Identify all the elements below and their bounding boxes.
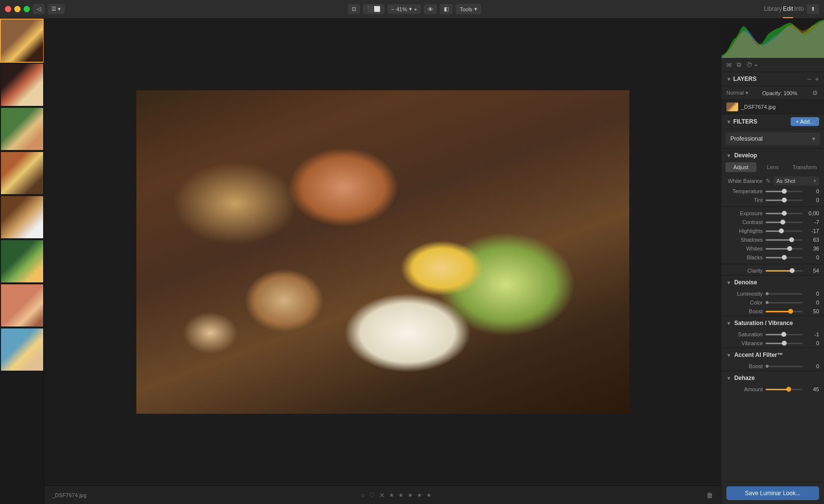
mail-icon[interactable]: ✉ xyxy=(725,60,733,70)
main-content: _DSF7674.jpg ○ ♡ ✕ ★ ★ ★ ★ ★ 🗑 xyxy=(0,19,824,504)
film-item-7[interactable] xyxy=(0,283,44,328)
zoom-value: 41% xyxy=(396,6,407,12)
film-item-4[interactable] xyxy=(0,151,44,195)
film-item-2[interactable] xyxy=(0,63,44,107)
professional-dropdown[interactable]: Professional ▾ xyxy=(725,132,820,145)
saturation-thumb[interactable] xyxy=(781,332,786,337)
exposure-thumb[interactable] xyxy=(782,211,787,216)
close-button[interactable] xyxy=(5,6,11,12)
zoom-control[interactable]: − 41% ▾ + xyxy=(387,4,421,14)
clarity-value: 54 xyxy=(805,268,819,274)
eyedropper-icon[interactable]: ✎ xyxy=(766,177,771,184)
tab-lens[interactable]: Lens xyxy=(757,162,788,172)
clock-icon[interactable]: ⏱ ▾ xyxy=(745,60,759,70)
develop-section-header[interactable]: ▼ Develop xyxy=(721,148,824,162)
saturation-value: -1 xyxy=(805,331,819,337)
denoise-boost-thumb[interactable] xyxy=(788,309,793,314)
settings-icon[interactable]: ⚙ xyxy=(811,88,819,98)
star-1[interactable]: ★ xyxy=(389,492,394,499)
tab-adjust[interactable]: Adjust xyxy=(725,162,756,172)
contrast-slider[interactable] xyxy=(766,222,802,223)
layers-minus-icon[interactable]: − xyxy=(807,75,811,83)
blacks-thumb[interactable] xyxy=(782,255,787,260)
blacks-slider[interactable] xyxy=(766,257,802,258)
dehaze-section-header[interactable]: ▼ Dehaze xyxy=(721,371,824,385)
clarity-thumb[interactable] xyxy=(790,268,795,273)
list-button[interactable]: ☰ ▾ xyxy=(48,4,65,14)
vibrance-thumb[interactable] xyxy=(782,341,787,346)
delete-icon[interactable]: 🗑 xyxy=(706,491,713,499)
blend-mode-selector[interactable]: Normal ▾ xyxy=(726,90,748,96)
tab-info[interactable]: Info xyxy=(794,0,804,18)
denoise-boost-slider[interactable] xyxy=(766,311,802,312)
back-button[interactable]: ◁ xyxy=(33,4,45,14)
star-4[interactable]: ★ xyxy=(417,492,422,499)
layer-item[interactable]: _DSF7674.jpg xyxy=(721,100,824,114)
professional-chevron-icon: ▾ xyxy=(812,135,815,142)
add-filter-button[interactable]: + Add... xyxy=(791,117,819,126)
maximize-button[interactable] xyxy=(24,6,30,12)
split-button[interactable]: ◧ xyxy=(440,4,453,14)
develop-chevron-icon: ▼ xyxy=(726,153,731,158)
rating-icons: ○ ♡ ✕ ★ ★ ★ ★ ★ xyxy=(361,491,432,499)
denoise-title: Denoise xyxy=(734,279,757,286)
film-item-3[interactable] xyxy=(0,107,44,151)
clarity-slider[interactable] xyxy=(766,270,802,272)
saturation-slider[interactable] xyxy=(766,334,802,335)
film-item-5[interactable] xyxy=(0,195,44,239)
filters-title: ▼ FILTERS xyxy=(726,118,757,125)
layers-icon[interactable]: ⧉ xyxy=(736,60,742,70)
dehaze-amount-slider[interactable] xyxy=(766,389,802,390)
luminosity-slider[interactable] xyxy=(766,293,802,295)
zoom-dropdown-icon[interactable]: ▾ xyxy=(409,6,412,12)
clarity-row: Clarity 54 xyxy=(721,266,824,275)
film-item-8[interactable] xyxy=(0,328,44,372)
zoom-out-icon[interactable]: − xyxy=(391,6,394,12)
white-balance-label: White Balance xyxy=(726,178,763,184)
highlights-thumb[interactable] xyxy=(779,228,784,233)
tab-library[interactable]: Library xyxy=(764,0,782,18)
shadows-slider[interactable] xyxy=(766,239,802,241)
compare-button[interactable]: ⬛⬜ xyxy=(363,4,385,14)
star-2[interactable]: ★ xyxy=(398,492,404,499)
whites-value: 36 xyxy=(805,246,819,252)
temperature-label: Temperature xyxy=(726,188,763,194)
vibrance-slider[interactable] xyxy=(766,343,802,344)
highlights-slider[interactable] xyxy=(766,230,802,232)
star-5[interactable]: ★ xyxy=(426,492,432,499)
color-slider[interactable] xyxy=(766,302,802,303)
whites-slider[interactable] xyxy=(766,248,802,250)
toolbar-left: ◁ ☰ ▾ xyxy=(5,4,65,14)
film-item-1[interactable] xyxy=(0,19,44,63)
x-icon: ✕ xyxy=(379,491,385,499)
layers-plus-icon[interactable]: + xyxy=(815,75,819,83)
share-button[interactable]: ⬆ xyxy=(807,4,819,14)
film-item-6[interactable] xyxy=(0,239,44,283)
contrast-thumb[interactable] xyxy=(780,220,785,225)
accent-boost-slider[interactable] xyxy=(766,366,802,367)
exposure-slider[interactable] xyxy=(766,213,802,214)
denoise-section-header[interactable]: ▼ Denoise xyxy=(721,275,824,289)
accent-ai-section-header[interactable]: ▼ Accent AI Filter™ xyxy=(721,348,824,362)
minimize-button[interactable] xyxy=(14,6,21,12)
tab-transform[interactable]: Transform xyxy=(789,162,820,172)
star-3[interactable]: ★ xyxy=(408,492,413,499)
dehaze-amount-thumb[interactable] xyxy=(786,387,791,392)
tab-edit[interactable]: Edit xyxy=(783,0,793,18)
preview-button[interactable]: 👁 xyxy=(424,4,437,14)
temperature-slider[interactable] xyxy=(766,191,802,192)
shadows-thumb[interactable] xyxy=(789,237,794,242)
temperature-thumb[interactable] xyxy=(782,189,787,194)
whites-thumb[interactable] xyxy=(787,246,792,251)
tools-label: Tools xyxy=(460,6,472,12)
saturation-section-header[interactable]: ▼ Saturation / Vibrance xyxy=(721,316,824,330)
white-balance-select[interactable]: As Shot ▾ xyxy=(773,176,819,185)
layout-button[interactable]: ⊡ xyxy=(348,4,360,14)
zoom-in-icon[interactable]: + xyxy=(414,6,417,12)
tint-thumb[interactable] xyxy=(782,198,787,202)
accent-boost-row: Boost 0 xyxy=(721,362,824,371)
denoise-boost-value: 50 xyxy=(805,308,819,314)
save-luminar-look-button[interactable]: Save Luminar Look... xyxy=(726,486,819,500)
tools-button[interactable]: Tools ▾ xyxy=(456,4,481,14)
tint-slider[interactable] xyxy=(766,200,802,201)
